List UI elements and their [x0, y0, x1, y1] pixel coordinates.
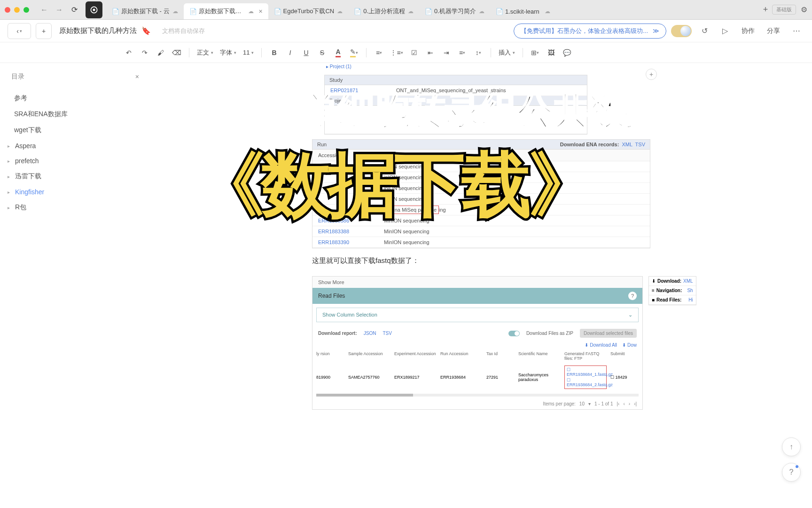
- outline-item[interactable]: R包: [11, 199, 139, 215]
- indent-decrease[interactable]: ⇤: [424, 46, 437, 59]
- browser-tab[interactable]: 📄0.上游分析流程☁: [348, 3, 419, 19]
- promo-banner[interactable]: 【免费试用】石墨办公，体验企业表格高级功...≫: [514, 24, 666, 39]
- outline-item[interactable]: 迅雷下载: [11, 168, 139, 184]
- run-row[interactable]: ERR1883390MinION sequencing: [312, 237, 650, 248]
- close-tab-icon[interactable]: ×: [258, 8, 262, 15]
- side-panel-row[interactable]: ≡Navigation:Sh: [649, 286, 696, 295]
- fastq-files[interactable]: ☐ ERR1938684_1.fastq.gz ☐ ERR1938684_2.f…: [564, 365, 607, 389]
- side-panel-row[interactable]: ■Read Files:Hi: [649, 295, 696, 305]
- italic-button[interactable]: I: [283, 46, 297, 59]
- checklist[interactable]: ☑: [408, 46, 421, 59]
- download-selected-button[interactable]: Download selected files: [580, 329, 637, 338]
- overlay-title-2: 《数据下载》: [195, 138, 595, 233]
- formatting-toolbar: ↶ ↷ 🖌 ⌫ 正文▾ 字体▾ 11▾ B I U S A ✎▾ ≡▾ ⋮≡▾ …: [0, 42, 812, 63]
- back-button[interactable]: ‹ ▾: [8, 23, 31, 39]
- present-icon[interactable]: ▷: [717, 23, 733, 39]
- unordered-list[interactable]: ⋮≡▾: [388, 46, 405, 59]
- document-title[interactable]: 原始数据下载的几种方法: [59, 26, 137, 35]
- outline-title: 目录: [11, 72, 24, 81]
- show-more-link[interactable]: Show More: [312, 277, 642, 288]
- maximize-window[interactable]: [23, 7, 29, 13]
- table-pager[interactable]: Items per page: 10▾ 1 - 1 of 1 |‹‹››|: [312, 398, 642, 409]
- nav-forward[interactable]: →: [53, 3, 66, 16]
- document-content[interactable]: + 单细胞转录组公共数据 《数据下载》 ▸ Project (1) Study …: [150, 63, 812, 508]
- ena-download-panel: Show More Read Files? Show Column Select…: [312, 276, 650, 410]
- tab-strip: 📄原始数据下载 - 云☁📄原始数据下载的几☁×📄EgdeTurbo下载CN☁📄0…: [106, 0, 759, 19]
- nav-reload[interactable]: ⟳: [68, 3, 81, 16]
- autosave-label: 文档将自动保存: [162, 27, 205, 35]
- theme-toggle[interactable]: [671, 25, 692, 37]
- scroll-top-button[interactable]: ↑: [782, 437, 801, 456]
- paragraph-style[interactable]: 正文▾: [195, 48, 215, 57]
- browser-chrome: ← → ⟳ 📄原始数据下载 - 云☁📄原始数据下载的几☁×📄EgdeTurbo下…: [0, 0, 812, 20]
- more-icon[interactable]: ⋯: [789, 23, 804, 39]
- outline-item[interactable]: 参考: [11, 90, 139, 106]
- font-size[interactable]: 11▾: [241, 49, 256, 56]
- main-area: 目录 × 参考SRA和ENA数据库wget下载Asperaprefetch迅雷下…: [0, 63, 812, 508]
- image-icon[interactable]: 🖼: [545, 46, 558, 59]
- plan-badge[interactable]: 基础版: [772, 5, 796, 15]
- bookmark-icon[interactable]: 🔖: [141, 26, 151, 35]
- zip-toggle[interactable]: [508, 331, 520, 336]
- overlay-title-1: 单细胞转录组公共数据: [303, 87, 660, 136]
- bold-button[interactable]: B: [267, 46, 281, 59]
- app-icon[interactable]: [86, 1, 102, 18]
- font-family[interactable]: 字体▾: [218, 48, 238, 57]
- outline-sidebar: 目录 × 参考SRA和ENA数据库wget下载Asperaprefetch迅雷下…: [0, 63, 150, 508]
- close-window[interactable]: [5, 7, 10, 13]
- underline-button[interactable]: U: [299, 46, 312, 59]
- insert-menu[interactable]: 插入▾: [497, 48, 517, 57]
- outline-item[interactable]: prefetch: [11, 153, 139, 168]
- svg-point-1: [93, 8, 95, 11]
- share-button[interactable]: 分享: [763, 27, 784, 35]
- app-grid-icon[interactable]: ⊞▾: [529, 46, 542, 59]
- help-icon[interactable]: ?: [628, 292, 637, 300]
- minimize-window[interactable]: [14, 7, 20, 13]
- ena-side-panel: ⬇Download:XML≡Navigation:Sh■Read Files:H…: [648, 276, 696, 305]
- files-table: ly rsionSample AccessionExperiment Acces…: [312, 349, 642, 392]
- redo-button[interactable]: ↷: [138, 46, 151, 59]
- read-files-header: Read Files?: [312, 288, 642, 304]
- text-color[interactable]: A: [331, 46, 344, 59]
- help-button[interactable]: ?: [782, 463, 801, 482]
- outline-item[interactable]: Aspera: [11, 138, 139, 153]
- ordered-list[interactable]: ≡▾: [372, 46, 385, 59]
- format-painter[interactable]: 🖌: [154, 46, 167, 59]
- nav-back[interactable]: ←: [38, 3, 51, 16]
- align[interactable]: ≡▾: [456, 46, 469, 59]
- column-selection[interactable]: Show Column Selection⌄: [316, 308, 639, 322]
- body-paragraph[interactable]: 这里就可以直接下载fastq数据了：: [312, 254, 650, 267]
- traffic-lights: [5, 7, 29, 13]
- browser-tab[interactable]: 📄原始数据下载 - 云☁: [106, 3, 184, 19]
- collab-button[interactable]: 协作: [738, 27, 758, 35]
- document-header: ‹ ▾ + 原始数据下载的几种方法 🔖 文档将自动保存 【免费试用】石墨办公，体…: [0, 20, 812, 42]
- undo-button[interactable]: ↶: [122, 46, 135, 59]
- history-icon[interactable]: ↺: [696, 23, 712, 39]
- strike-button[interactable]: S: [315, 46, 328, 59]
- clear-format[interactable]: ⌫: [170, 46, 183, 59]
- browser-tab[interactable]: 📄0.机器学习简介☁: [419, 3, 490, 19]
- outline-item[interactable]: wget下载: [11, 122, 139, 138]
- download-all-link[interactable]: ⬇ Download All: [585, 342, 617, 348]
- new-tab-button[interactable]: +: [759, 3, 772, 16]
- insert-block-button[interactable]: +: [646, 69, 657, 80]
- side-panel-row[interactable]: ⬇Download:XML: [649, 277, 696, 286]
- close-outline-icon[interactable]: ×: [135, 73, 139, 80]
- browser-tab[interactable]: 📄原始数据下载的几☁×: [184, 3, 268, 19]
- outline-item[interactable]: Kingfisher: [11, 184, 139, 199]
- line-height[interactable]: ↕▾: [472, 46, 485, 59]
- outline-item[interactable]: SRA和ENA数据库: [11, 106, 139, 122]
- new-doc-button[interactable]: +: [36, 23, 52, 39]
- browser-tab[interactable]: 📄EgdeTurbo下载CN☁: [268, 3, 349, 19]
- browser-tab[interactable]: 📄1.scikit-learn☁: [490, 3, 556, 19]
- indent-increase[interactable]: ⇥: [440, 46, 453, 59]
- highlight-color[interactable]: ✎▾: [347, 46, 360, 59]
- comment-icon[interactable]: 💬: [561, 46, 574, 59]
- gear-icon[interactable]: ⚙: [801, 5, 807, 14]
